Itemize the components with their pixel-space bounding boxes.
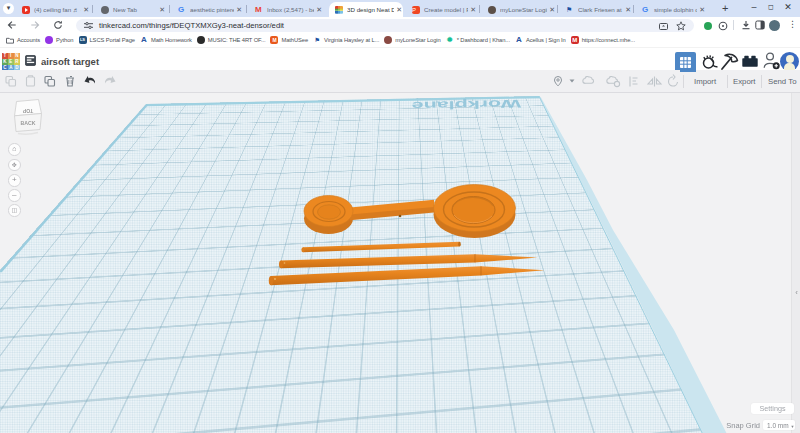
svg-text:BACK: BACK: [21, 120, 36, 126]
svg-text:TOP: TOP: [22, 108, 33, 114]
